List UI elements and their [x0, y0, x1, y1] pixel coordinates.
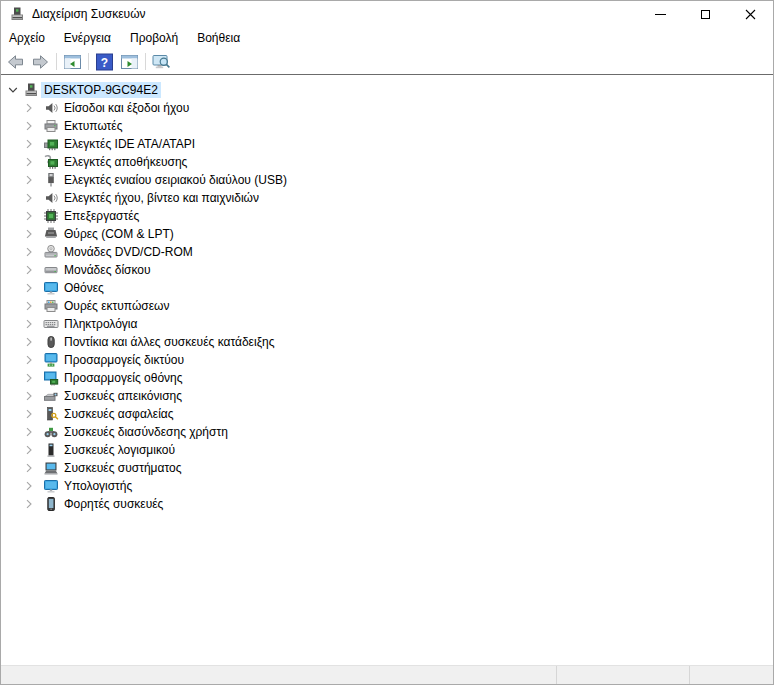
tree-item-label: Συσκευές απεικόνισης [61, 388, 185, 404]
chevron-right-icon[interactable] [21, 154, 37, 170]
chevron-right-icon[interactable] [21, 370, 37, 386]
minimize-button[interactable] [638, 1, 683, 27]
status-pane-middle [556, 666, 689, 684]
maximize-button[interactable] [683, 1, 728, 27]
tree-item[interactable]: Συσκευές ασφαλείας [1, 405, 773, 423]
chevron-right-icon[interactable] [21, 208, 37, 224]
chevron-right-icon[interactable] [21, 262, 37, 278]
device-manager-icon [23, 82, 39, 98]
tree-item[interactable]: Εκτυπωτές [1, 117, 773, 135]
tree-item[interactable]: Θύρες (COM & LPT) [1, 225, 773, 243]
mouse-icon [43, 334, 59, 350]
tree-item[interactable]: Μονάδες δίσκου [1, 261, 773, 279]
status-pane-left [1, 666, 556, 684]
tree-item-label: Συσκευές διασύνδεσης χρήστη [61, 424, 231, 440]
tree-root-item[interactable]: DESKTOP-9GC94E2 [1, 81, 773, 99]
chevron-right-icon[interactable] [21, 496, 37, 512]
close-icon [745, 9, 756, 20]
status-bar [1, 665, 773, 684]
chevron-right-icon[interactable] [21, 172, 37, 188]
tree-item[interactable]: Ελεγκτές αποθήκευσης [1, 153, 773, 171]
toolbar-separator [145, 53, 146, 70]
chevron-right-icon[interactable] [21, 244, 37, 260]
tree-item-label: Ελεγκτές αποθήκευσης [61, 154, 190, 170]
chevron-right-icon[interactable] [21, 298, 37, 314]
chevron-down-icon[interactable] [5, 82, 21, 98]
action-pane-icon [120, 53, 139, 71]
tree-item[interactable]: Υπολογιστής [1, 477, 773, 495]
scan-hardware-changes-button[interactable] [149, 50, 174, 73]
tree-item[interactable]: Ποντίκια και άλλες συσκευές κατάδειξης [1, 333, 773, 351]
tree-item[interactable]: Επεξεργαστές [1, 207, 773, 225]
help-button[interactable]: ? [92, 50, 117, 73]
processor-icon [43, 208, 59, 224]
help-icon: ? [95, 53, 114, 71]
back-button[interactable] [3, 50, 28, 73]
menu-file[interactable]: Αρχείο [1, 28, 55, 49]
tree-item[interactable]: Φορητές συσκευές [1, 495, 773, 513]
chevron-right-icon[interactable] [21, 280, 37, 296]
tree-item-label: Εκτυπωτές [61, 118, 126, 134]
show-console-tree-button[interactable] [60, 50, 85, 73]
chevron-right-icon[interactable] [21, 136, 37, 152]
tree-item[interactable]: Προσαρμογείς οθόνης [1, 369, 773, 387]
tree-item[interactable]: Συσκευές απεικόνισης [1, 387, 773, 405]
sound-video-game-icon [43, 190, 59, 206]
forward-button[interactable] [28, 50, 53, 73]
chevron-right-icon[interactable] [21, 100, 37, 116]
tree-item[interactable]: Πληκτρολόγια [1, 315, 773, 333]
dvd-drive-icon [43, 244, 59, 260]
tree-item[interactable]: Είσοδοι και έξοδοι ήχου [1, 99, 773, 117]
chevron-right-icon[interactable] [21, 406, 37, 422]
chevron-right-icon[interactable] [21, 460, 37, 476]
title-bar: Διαχείριση Συσκευών [1, 1, 773, 27]
menu-bar: Αρχείο Ενέργεια Προβολή Βοήθεια [1, 27, 773, 49]
tree-item[interactable]: Μονάδες DVD/CD-ROM [1, 243, 773, 261]
tree-item[interactable]: Συσκευές διασύνδεσης χρήστη [1, 423, 773, 441]
back-arrow-icon [6, 53, 25, 71]
menu-help[interactable]: Βοήθεια [189, 28, 250, 49]
chevron-right-icon[interactable] [21, 316, 37, 332]
close-button[interactable] [728, 1, 773, 27]
tree-item[interactable]: Συσκευές λογισμικού [1, 441, 773, 459]
tree-item-label: Ελεγκτές ήχου, βίντεο και παιχνιδιών [61, 190, 262, 206]
printer-icon [43, 118, 59, 134]
tree-item-label: Είσοδοι και έξοδοι ήχου [61, 100, 192, 116]
tree-item[interactable]: Ελεγκτές IDE ATA/ATAPI [1, 135, 773, 153]
display-adapter-icon [43, 370, 59, 386]
chevron-right-icon[interactable] [21, 352, 37, 368]
computer-search-icon [152, 53, 171, 71]
tree-item-label: Συσκευές συστήματος [61, 460, 184, 476]
tree-item[interactable]: Ελεγκτές ήχου, βίντεο και παιχνιδιών [1, 189, 773, 207]
chevron-right-icon[interactable] [21, 388, 37, 404]
monitor-icon [43, 280, 59, 296]
tree-item-label: Ελεγκτές IDE ATA/ATAPI [61, 136, 198, 152]
tree-item-label: Επεξεργαστές [61, 208, 142, 224]
console-tree-icon [63, 53, 82, 71]
tree-item-label: Ποντίκια και άλλες συσκευές κατάδειξης [61, 334, 277, 350]
tree-item-label: Ελεγκτές ενιαίου σειριακού διαύλου (USB) [61, 172, 290, 188]
tree-item-label: DESKTOP-9GC94E2 [41, 82, 161, 98]
show-action-pane-button[interactable] [117, 50, 142, 73]
chevron-right-icon[interactable] [21, 226, 37, 242]
chevron-right-icon[interactable] [21, 478, 37, 494]
tree-item-label: Μονάδες δίσκου [61, 262, 154, 278]
chevron-right-icon[interactable] [21, 442, 37, 458]
ide-controller-icon [43, 136, 59, 152]
chevron-right-icon[interactable] [21, 334, 37, 350]
chevron-right-icon[interactable] [21, 190, 37, 206]
tree-item-label: Υπολογιστής [61, 478, 135, 494]
toolbar: ? [1, 49, 773, 75]
tree-item[interactable]: Συσκευές συστήματος [1, 459, 773, 477]
tree-item[interactable]: Προσαρμογείς δικτύου [1, 351, 773, 369]
print-queue-icon [43, 298, 59, 314]
device-manager-window: Διαχείριση Συσκευών Αρχείο Ενέργεια Προβ… [0, 0, 774, 685]
tree-item-label: Ουρές εκτυπώσεων [61, 298, 172, 314]
menu-action[interactable]: Ενέργεια [56, 28, 121, 49]
chevron-right-icon[interactable] [21, 424, 37, 440]
chevron-right-icon[interactable] [21, 118, 37, 134]
menu-view[interactable]: Προβολή [122, 28, 188, 49]
tree-item[interactable]: Ελεγκτές ενιαίου σειριακού διαύλου (USB) [1, 171, 773, 189]
tree-item[interactable]: Οθόνες [1, 279, 773, 297]
tree-item[interactable]: Ουρές εκτυπώσεων [1, 297, 773, 315]
